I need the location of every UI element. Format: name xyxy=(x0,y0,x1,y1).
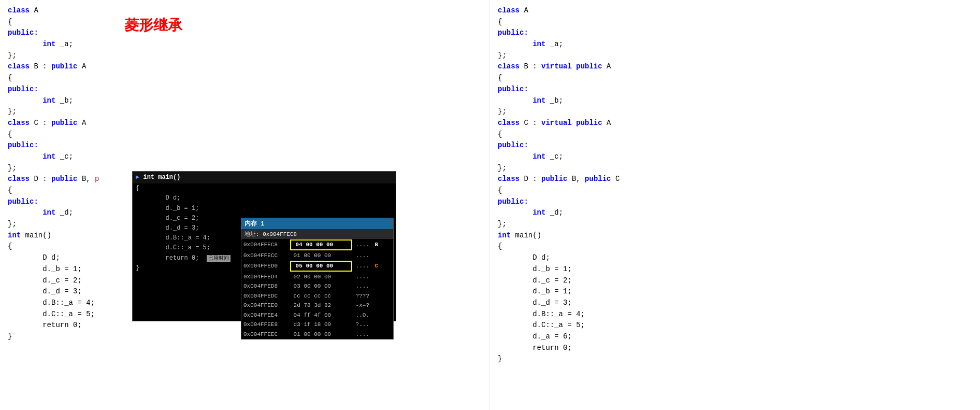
left-mem-row-7: 0x004FFEE0 2d 78 3d 82 -x=? xyxy=(241,301,393,310)
left-mem-row-9: 0x004FFEE8 d3 1f 18 00 ?... xyxy=(241,320,393,330)
left-memory-window: 内存 1 地址: 0x004FFEC8 0x004FFEC8 04 00 00 … xyxy=(241,218,394,340)
left-mem-row-8: 0x004FFEE4 04 ff 4f 00 ..O. xyxy=(241,310,393,320)
left-mem-addr: 地址: 0x004FFEC8 xyxy=(241,229,393,239)
left-panel: class A { public: int _a; }; class B : p… xyxy=(0,0,490,410)
left-mem-row-4: 0x004FFED4 02 00 00 00 .... xyxy=(241,272,393,282)
left-mem-row-2: 0x004FFECC 01 00 00 00 .... xyxy=(241,251,393,261)
left-mem-row-3: 0x004FFED0 05 00 00 00 .... C xyxy=(241,260,393,272)
left-mem-title: 内存 1 xyxy=(241,218,393,229)
right-panel: class A { public: int _a; }; class B : v… xyxy=(490,0,980,410)
left-mem-row-6: 0x004FFEDC cc cc cc cc ???? xyxy=(241,291,393,301)
left-title: 菱形继承 xyxy=(124,16,182,35)
left-mem-row-5: 0x004FFED8 03 00 00 00 .... xyxy=(241,281,393,291)
left-mem-row-1: 0x004FFEC8 04 00 00 00 .... B xyxy=(241,239,393,251)
right-code-block: class A { public: int _a; }; class B : v… xyxy=(498,5,972,365)
left-mem-row-10: 0x004FFEEC 01 00 00 00 .... xyxy=(241,330,393,340)
